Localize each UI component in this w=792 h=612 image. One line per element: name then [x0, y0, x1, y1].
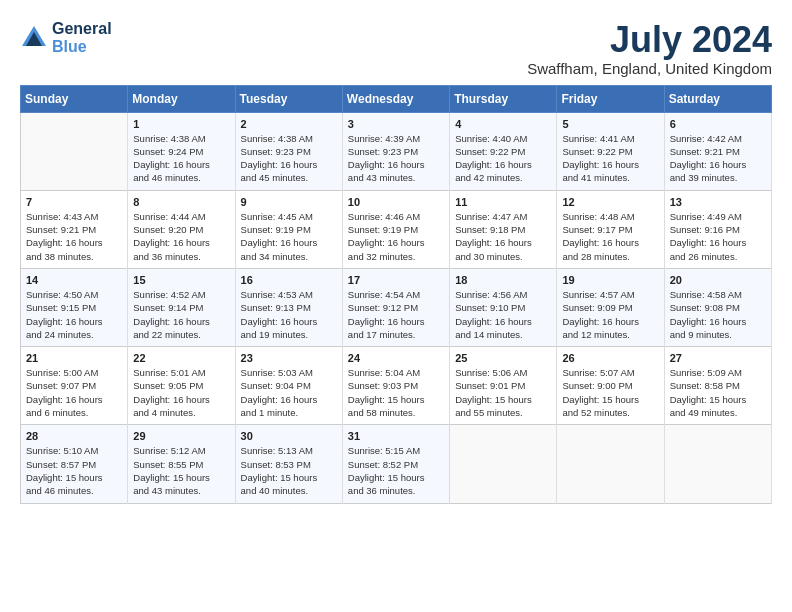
- header-cell-sunday: Sunday: [21, 85, 128, 112]
- logo: General Blue: [20, 20, 112, 56]
- cell-content: Sunrise: 4:41 AM Sunset: 9:22 PM Dayligh…: [562, 132, 658, 185]
- calendar-cell: 9Sunrise: 4:45 AM Sunset: 9:19 PM Daylig…: [235, 190, 342, 268]
- cell-content: Sunrise: 4:40 AM Sunset: 9:22 PM Dayligh…: [455, 132, 551, 185]
- cell-content: Sunrise: 5:00 AM Sunset: 9:07 PM Dayligh…: [26, 366, 122, 419]
- day-number: 2: [241, 118, 337, 130]
- day-number: 29: [133, 430, 229, 442]
- calendar-cell: 15Sunrise: 4:52 AM Sunset: 9:14 PM Dayli…: [128, 268, 235, 346]
- calendar-cell: 3Sunrise: 4:39 AM Sunset: 9:23 PM Daylig…: [342, 112, 449, 190]
- day-number: 26: [562, 352, 658, 364]
- day-number: 24: [348, 352, 444, 364]
- cell-content: Sunrise: 4:38 AM Sunset: 9:23 PM Dayligh…: [241, 132, 337, 185]
- calendar-week-row: 1Sunrise: 4:38 AM Sunset: 9:24 PM Daylig…: [21, 112, 772, 190]
- cell-content: Sunrise: 5:13 AM Sunset: 8:53 PM Dayligh…: [241, 444, 337, 497]
- day-number: 10: [348, 196, 444, 208]
- cell-content: Sunrise: 4:53 AM Sunset: 9:13 PM Dayligh…: [241, 288, 337, 341]
- calendar-cell: 2Sunrise: 4:38 AM Sunset: 9:23 PM Daylig…: [235, 112, 342, 190]
- day-number: 17: [348, 274, 444, 286]
- calendar-cell: 23Sunrise: 5:03 AM Sunset: 9:04 PM Dayli…: [235, 347, 342, 425]
- calendar-cell: 18Sunrise: 4:56 AM Sunset: 9:10 PM Dayli…: [450, 268, 557, 346]
- calendar-cell: 17Sunrise: 4:54 AM Sunset: 9:12 PM Dayli…: [342, 268, 449, 346]
- day-number: 27: [670, 352, 766, 364]
- calendar-cell: 13Sunrise: 4:49 AM Sunset: 9:16 PM Dayli…: [664, 190, 771, 268]
- calendar-cell: 22Sunrise: 5:01 AM Sunset: 9:05 PM Dayli…: [128, 347, 235, 425]
- cell-content: Sunrise: 5:07 AM Sunset: 9:00 PM Dayligh…: [562, 366, 658, 419]
- cell-content: Sunrise: 4:49 AM Sunset: 9:16 PM Dayligh…: [670, 210, 766, 263]
- calendar-cell: 8Sunrise: 4:44 AM Sunset: 9:20 PM Daylig…: [128, 190, 235, 268]
- cell-content: Sunrise: 4:38 AM Sunset: 9:24 PM Dayligh…: [133, 132, 229, 185]
- calendar-cell: [21, 112, 128, 190]
- cell-content: Sunrise: 4:47 AM Sunset: 9:18 PM Dayligh…: [455, 210, 551, 263]
- month-year-title: July 2024: [527, 20, 772, 60]
- calendar-cell: 28Sunrise: 5:10 AM Sunset: 8:57 PM Dayli…: [21, 425, 128, 503]
- calendar-cell: 31Sunrise: 5:15 AM Sunset: 8:52 PM Dayli…: [342, 425, 449, 503]
- calendar-cell: 21Sunrise: 5:00 AM Sunset: 9:07 PM Dayli…: [21, 347, 128, 425]
- calendar-cell: 26Sunrise: 5:07 AM Sunset: 9:00 PM Dayli…: [557, 347, 664, 425]
- cell-content: Sunrise: 5:09 AM Sunset: 8:58 PM Dayligh…: [670, 366, 766, 419]
- day-number: 11: [455, 196, 551, 208]
- header-cell-monday: Monday: [128, 85, 235, 112]
- calendar-header: SundayMondayTuesdayWednesdayThursdayFrid…: [21, 85, 772, 112]
- calendar-cell: 6Sunrise: 4:42 AM Sunset: 9:21 PM Daylig…: [664, 112, 771, 190]
- calendar-cell: 16Sunrise: 4:53 AM Sunset: 9:13 PM Dayli…: [235, 268, 342, 346]
- location-subtitle: Swaffham, England, United Kingdom: [527, 60, 772, 77]
- day-number: 7: [26, 196, 122, 208]
- calendar-cell: 14Sunrise: 4:50 AM Sunset: 9:15 PM Dayli…: [21, 268, 128, 346]
- cell-content: Sunrise: 5:10 AM Sunset: 8:57 PM Dayligh…: [26, 444, 122, 497]
- calendar-cell: 4Sunrise: 4:40 AM Sunset: 9:22 PM Daylig…: [450, 112, 557, 190]
- calendar-cell: 5Sunrise: 4:41 AM Sunset: 9:22 PM Daylig…: [557, 112, 664, 190]
- header-cell-tuesday: Tuesday: [235, 85, 342, 112]
- calendar-week-row: 14Sunrise: 4:50 AM Sunset: 9:15 PM Dayli…: [21, 268, 772, 346]
- day-number: 23: [241, 352, 337, 364]
- cell-content: Sunrise: 4:42 AM Sunset: 9:21 PM Dayligh…: [670, 132, 766, 185]
- cell-content: Sunrise: 5:15 AM Sunset: 8:52 PM Dayligh…: [348, 444, 444, 497]
- cell-content: Sunrise: 4:52 AM Sunset: 9:14 PM Dayligh…: [133, 288, 229, 341]
- calendar-cell: 27Sunrise: 5:09 AM Sunset: 8:58 PM Dayli…: [664, 347, 771, 425]
- cell-content: Sunrise: 5:04 AM Sunset: 9:03 PM Dayligh…: [348, 366, 444, 419]
- day-number: 3: [348, 118, 444, 130]
- day-number: 31: [348, 430, 444, 442]
- calendar-table: SundayMondayTuesdayWednesdayThursdayFrid…: [20, 85, 772, 504]
- calendar-cell: 12Sunrise: 4:48 AM Sunset: 9:17 PM Dayli…: [557, 190, 664, 268]
- calendar-cell: 24Sunrise: 5:04 AM Sunset: 9:03 PM Dayli…: [342, 347, 449, 425]
- header-row: SundayMondayTuesdayWednesdayThursdayFrid…: [21, 85, 772, 112]
- cell-content: Sunrise: 4:54 AM Sunset: 9:12 PM Dayligh…: [348, 288, 444, 341]
- day-number: 4: [455, 118, 551, 130]
- calendar-cell: 20Sunrise: 4:58 AM Sunset: 9:08 PM Dayli…: [664, 268, 771, 346]
- cell-content: Sunrise: 4:43 AM Sunset: 9:21 PM Dayligh…: [26, 210, 122, 263]
- cell-content: Sunrise: 4:46 AM Sunset: 9:19 PM Dayligh…: [348, 210, 444, 263]
- day-number: 5: [562, 118, 658, 130]
- header-cell-wednesday: Wednesday: [342, 85, 449, 112]
- calendar-cell: 29Sunrise: 5:12 AM Sunset: 8:55 PM Dayli…: [128, 425, 235, 503]
- header-cell-thursday: Thursday: [450, 85, 557, 112]
- header-cell-saturday: Saturday: [664, 85, 771, 112]
- cell-content: Sunrise: 5:06 AM Sunset: 9:01 PM Dayligh…: [455, 366, 551, 419]
- calendar-cell: 1Sunrise: 4:38 AM Sunset: 9:24 PM Daylig…: [128, 112, 235, 190]
- calendar-cell: [664, 425, 771, 503]
- cell-content: Sunrise: 4:39 AM Sunset: 9:23 PM Dayligh…: [348, 132, 444, 185]
- day-number: 22: [133, 352, 229, 364]
- cell-content: Sunrise: 4:50 AM Sunset: 9:15 PM Dayligh…: [26, 288, 122, 341]
- calendar-cell: 25Sunrise: 5:06 AM Sunset: 9:01 PM Dayli…: [450, 347, 557, 425]
- page-header: General Blue July 2024 Swaffham, England…: [20, 20, 772, 77]
- cell-content: Sunrise: 4:57 AM Sunset: 9:09 PM Dayligh…: [562, 288, 658, 341]
- calendar-cell: 19Sunrise: 4:57 AM Sunset: 9:09 PM Dayli…: [557, 268, 664, 346]
- logo-icon: [20, 24, 48, 52]
- day-number: 18: [455, 274, 551, 286]
- day-number: 20: [670, 274, 766, 286]
- calendar-cell: [557, 425, 664, 503]
- day-number: 30: [241, 430, 337, 442]
- cell-content: Sunrise: 4:45 AM Sunset: 9:19 PM Dayligh…: [241, 210, 337, 263]
- day-number: 12: [562, 196, 658, 208]
- day-number: 13: [670, 196, 766, 208]
- calendar-week-row: 21Sunrise: 5:00 AM Sunset: 9:07 PM Dayli…: [21, 347, 772, 425]
- logo-text: General Blue: [52, 20, 112, 56]
- calendar-cell: [450, 425, 557, 503]
- day-number: 15: [133, 274, 229, 286]
- day-number: 21: [26, 352, 122, 364]
- calendar-cell: 30Sunrise: 5:13 AM Sunset: 8:53 PM Dayli…: [235, 425, 342, 503]
- cell-content: Sunrise: 5:12 AM Sunset: 8:55 PM Dayligh…: [133, 444, 229, 497]
- day-number: 25: [455, 352, 551, 364]
- day-number: 8: [133, 196, 229, 208]
- day-number: 19: [562, 274, 658, 286]
